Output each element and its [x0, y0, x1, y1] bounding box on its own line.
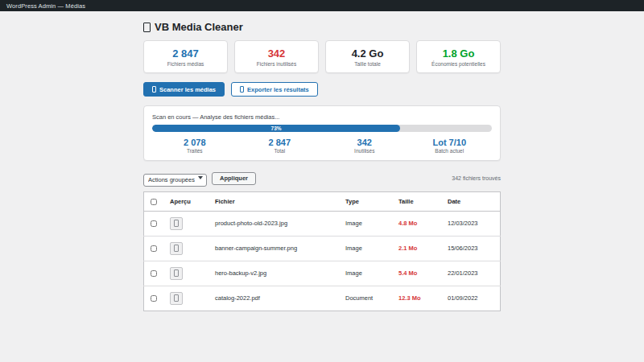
- export-results-button[interactable]: Exporter les résultats: [231, 82, 318, 97]
- header-size: Taille: [392, 191, 441, 211]
- image-icon: [174, 220, 179, 227]
- stat-label: Taille totale: [354, 61, 381, 67]
- stat-value: 342: [268, 47, 286, 60]
- row-checkbox[interactable]: [151, 245, 157, 252]
- file-size: 5.4 Mo: [392, 261, 441, 286]
- export-icon: [240, 86, 244, 93]
- image-icon: [174, 269, 179, 277]
- thumbnail-placeholder: [170, 292, 183, 305]
- select-all-checkbox[interactable]: [151, 199, 157, 205]
- plugin-page: VB Media Cleaner 2 847 Fichiers médias 3…: [143, 21, 501, 311]
- stat-label: Fichiers inutilisés: [257, 61, 297, 67]
- file-name: product-photo-old-2023.jpg: [208, 211, 339, 236]
- stat-value: 1.8 Go: [443, 47, 475, 60]
- header-type: Type: [339, 191, 392, 211]
- header-date: Date: [441, 191, 501, 211]
- page-title-text: VB Media Cleaner: [155, 21, 243, 33]
- file-date: 12/03/2023: [441, 211, 501, 236]
- stat-card-total-size: 4.2 Go Taille totale: [325, 40, 410, 73]
- scan-status-text: Scan en cours — Analyse des fichiers méd…: [152, 113, 492, 121]
- row-checkbox[interactable]: [151, 270, 157, 277]
- file-type: Image: [339, 261, 392, 286]
- media-files-table: Aperçu Fichier Type Taille Date product-…: [143, 191, 501, 311]
- table-row: hero-backup-v2.jpg Image 5.4 Mo 22/01/20…: [144, 261, 501, 286]
- progress-stat-label: Batch actuel: [407, 148, 493, 154]
- table-row: banner-campaign-summer.png Image 2.1 Mo …: [144, 236, 501, 261]
- thumbnail-placeholder: [170, 267, 183, 280]
- progress-bar-track: 73%: [152, 125, 492, 132]
- file-size: 4.8 Mo: [392, 211, 441, 236]
- table-row: catalog-2022.pdf Document 12.3 Mo 01/09/…: [144, 286, 501, 311]
- header-preview: Aperçu: [163, 191, 208, 211]
- stat-cards: 2 847 Fichiers médias 342 Fichiers inuti…: [143, 40, 501, 73]
- stat-card-potential-savings: 1.8 Go Économies potentielles: [416, 40, 501, 73]
- progress-stat-label: Traités: [152, 148, 237, 154]
- stat-card-media-files: 2 847 Fichiers médias: [143, 40, 228, 73]
- file-name: catalog-2022.pdf: [208, 286, 339, 311]
- header-file: Fichier: [208, 191, 339, 211]
- stat-value: 4.2 Go: [352, 47, 384, 60]
- file-type: Image: [339, 236, 392, 261]
- image-icon: [174, 245, 179, 252]
- bulk-actions-row: Actions groupées Appliquer 342 fichiers …: [143, 171, 501, 187]
- admin-bar-title: WordPress Admin — Médias: [6, 2, 85, 10]
- file-date: 15/06/2023: [441, 236, 501, 261]
- file-size: 2.1 Mo: [392, 236, 441, 261]
- scan-media-button-label: Scanner les médias: [159, 86, 216, 93]
- row-checkbox[interactable]: [151, 295, 157, 302]
- files-found-count: 342 fichiers trouvés: [452, 175, 501, 181]
- thumbnail-placeholder: [170, 217, 183, 230]
- progress-fill: 73%: [152, 125, 400, 132]
- bulk-actions-select[interactable]: Actions groupées: [143, 174, 207, 187]
- select-all-header-cell: [144, 191, 164, 211]
- stat-label: Économies potentielles: [431, 61, 485, 67]
- progress-percent-label: 73%: [271, 125, 282, 131]
- file-name: hero-backup-v2.jpg: [208, 261, 339, 286]
- scan-media-button[interactable]: Scanner les médias: [143, 82, 225, 97]
- progress-stat-unused: 342 Inutilisés: [322, 138, 407, 154]
- progress-stat-batch: Lot 7/10 Batch actuel: [407, 138, 493, 154]
- scan-progress-panel: Scan en cours — Analyse des fichiers méd…: [143, 105, 501, 161]
- file-size: 12.3 Mo: [392, 286, 441, 311]
- progress-stat-value: 342: [322, 138, 407, 147]
- stat-label: Fichiers médias: [167, 61, 204, 67]
- stat-card-unused-files: 342 Fichiers inutilisés: [234, 40, 319, 73]
- page-title: VB Media Cleaner: [143, 21, 501, 33]
- bulk-actions-select-wrap: Actions groupées: [143, 171, 207, 187]
- apply-button[interactable]: Appliquer: [212, 172, 256, 185]
- document-icon: [174, 294, 179, 302]
- broom-icon: [143, 23, 151, 32]
- admin-bar: WordPress Admin — Médias: [0, 0, 644, 11]
- magnifier-icon: [152, 86, 156, 93]
- progress-stat-value: 2 078: [152, 138, 237, 147]
- stat-value: 2 847: [172, 47, 199, 60]
- file-name: banner-campaign-summer.png: [208, 236, 339, 261]
- file-type: Document: [339, 286, 392, 311]
- progress-stat-label: Total: [237, 148, 323, 154]
- toolbar: Scanner les médias Exporter les résultat…: [143, 82, 501, 97]
- thumbnail-placeholder: [170, 242, 183, 255]
- table-header-row: Aperçu Fichier Type Taille Date: [144, 191, 501, 211]
- progress-stat-processed: 2 078 Traités: [152, 138, 237, 154]
- export-results-button-label: Exporter les résultats: [247, 86, 309, 93]
- table-row: product-photo-old-2023.jpg Image 4.8 Mo …: [144, 211, 501, 236]
- row-checkbox[interactable]: [151, 220, 157, 227]
- progress-stat-value: 2 847: [237, 138, 323, 147]
- file-date: 22/01/2023: [441, 261, 501, 286]
- file-type: Image: [339, 211, 392, 236]
- file-date: 01/09/2022: [441, 286, 501, 311]
- progress-stat-total: 2 847 Total: [237, 138, 323, 154]
- progress-stats: 2 078 Traités 2 847 Total 342 Inutilisés…: [152, 138, 492, 154]
- progress-stat-value: Lot 7/10: [407, 138, 493, 147]
- progress-stat-label: Inutilisés: [322, 148, 407, 154]
